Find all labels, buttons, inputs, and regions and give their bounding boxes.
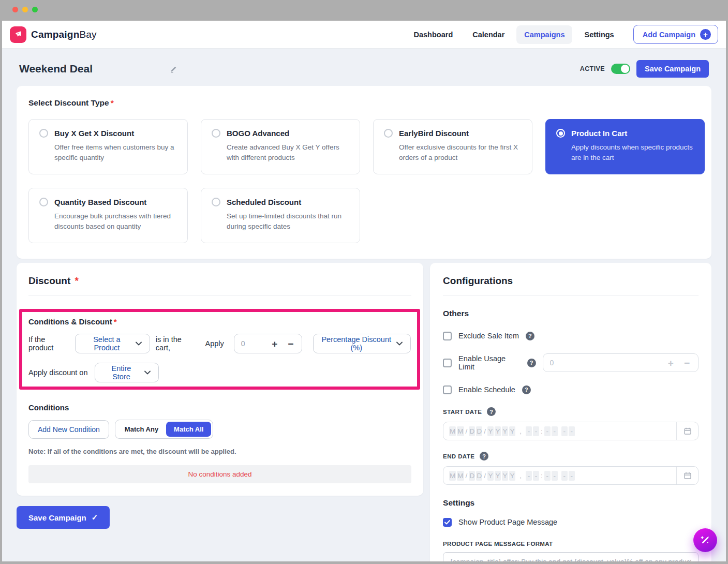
type-card-buy-x-get-x[interactable]: Buy X Get X Discount Offer free items wh… (28, 119, 188, 174)
settings-heading: Settings (443, 498, 699, 508)
radio-icon[interactable] (212, 129, 220, 138)
usage-limit-stepper: + − (543, 353, 699, 372)
decrement-icon[interactable]: − (286, 339, 295, 349)
type-card-title: Buy X Get X Discount (54, 129, 134, 138)
configurations-heading: Configurations (443, 275, 699, 287)
nav-item-campaigns[interactable]: Campaigns (516, 25, 572, 44)
decrement-icon[interactable]: − (682, 358, 691, 368)
type-card-bogo-advanced[interactable]: BOGO Advanced Create advanced Buy X Get … (201, 119, 360, 174)
radio-icon[interactable] (212, 198, 220, 206)
save-campaign-button-bottom[interactable]: Save Campaign ✓ (17, 506, 110, 529)
discount-amount-input[interactable] (241, 339, 263, 348)
conditions-heading: Conditions (28, 403, 411, 412)
minimize-window-icon[interactable] (22, 7, 28, 12)
show-product-message-checkbox[interactable] (443, 518, 452, 527)
maximize-window-icon[interactable] (32, 7, 38, 12)
page-header: Weekend Deal ACTIVE Save Campaign (2, 49, 726, 86)
type-card-title: EarlyBird Discount (399, 129, 469, 138)
type-card-quantity-based[interactable]: Quantity Based Discount Encourage bulk p… (28, 188, 188, 243)
active-toggle[interactable] (611, 64, 630, 74)
conditions-discount-highlight: Conditions & Discount* If the product Se… (19, 309, 420, 390)
radio-icon[interactable] (39, 198, 48, 206)
discount-scope-dropdown[interactable]: Entire Store (95, 363, 159, 382)
calendar-icon[interactable] (676, 467, 698, 484)
calendar-icon[interactable] (676, 422, 698, 440)
type-card-desc: Set up time-limited discounts that run d… (227, 211, 349, 232)
divider (443, 295, 699, 295)
match-mode-toggle: Match Any Match All (115, 420, 214, 439)
type-card-title: Product In Cart (571, 129, 627, 138)
help-icon[interactable]: ? (487, 407, 496, 416)
type-card-desc: Encourage bulk purchases with tiered dis… (54, 211, 177, 232)
type-card-title: Scheduled Discount (227, 198, 301, 206)
radio-selected-icon[interactable] (556, 129, 565, 138)
match-any-option[interactable]: Match Any (117, 425, 166, 433)
configurations-panel: Configurations Others Exclude Sale Item … (430, 263, 711, 561)
usage-limit-input[interactable] (550, 359, 572, 367)
discount-type-grid: Buy X Get X Discount Offer free items wh… (28, 119, 700, 243)
type-card-earlybird[interactable]: EarlyBird Discount Offer exclusive disco… (373, 119, 532, 174)
select-product-dropdown[interactable]: Select a Product (75, 334, 150, 353)
discount-type-dropdown[interactable]: Percentage Discount (%) (313, 334, 411, 353)
help-icon[interactable]: ? (522, 385, 531, 394)
exclude-sale-checkbox[interactable] (443, 332, 452, 340)
type-card-product-in-cart[interactable]: Product In Cart Apply discounts when spe… (545, 119, 705, 174)
save-campaign-button-top[interactable]: Save Campaign (636, 60, 709, 78)
configurations-column: Configurations Others Exclude Sale Item … (430, 263, 711, 561)
check-icon: ✓ (92, 513, 98, 522)
date-pattern: MM/DD/YYYY,--:---- (449, 426, 676, 436)
divider (28, 295, 411, 295)
help-icon[interactable]: ? (527, 359, 536, 367)
type-card-scheduled[interactable]: Scheduled Discount Set up time-limited d… (201, 188, 360, 243)
nav-item-dashboard[interactable]: Dashboard (406, 25, 461, 44)
radio-icon[interactable] (384, 129, 393, 138)
magic-wand-icon (699, 534, 711, 546)
ai-assistant-fab[interactable] (693, 528, 717, 552)
increment-icon[interactable]: + (270, 339, 279, 349)
message-format-input[interactable] (443, 552, 699, 561)
discount-scope-value: Entire Store (103, 364, 139, 381)
required-asterisk: * (75, 275, 79, 286)
nav-item-calendar[interactable]: Calendar (465, 25, 512, 44)
end-date-input[interactable]: MM/DD/YYYY,--:---- (443, 466, 699, 485)
brand-logo[interactable]: CampaignBay (10, 26, 97, 43)
type-card-desc: Offer free items when customers buy a sp… (54, 142, 177, 163)
required-asterisk: * (114, 317, 117, 326)
page-content: Select Discount Type* Buy X Get X Discou… (2, 86, 726, 561)
schedule-checkbox[interactable] (443, 385, 452, 394)
discount-heading: Discount * (28, 275, 411, 287)
save-campaign-label: Save Campaign (28, 513, 86, 522)
date-pattern: MM/DD/YYYY,--:---- (449, 471, 676, 481)
radio-icon[interactable] (39, 129, 48, 138)
discount-type-section: Select Discount Type* Buy X Get X Discou… (17, 86, 711, 259)
start-date-label: START DATE (443, 409, 482, 415)
discount-panel: Discount * Conditions & Discount* If the… (17, 263, 423, 496)
if-product-label: If the product (28, 335, 69, 352)
chevron-down-icon (396, 342, 403, 346)
discount-amount-stepper: + − (234, 334, 303, 353)
usage-limit-checkbox[interactable] (443, 359, 452, 367)
nav-item-settings[interactable]: Settings (576, 25, 621, 44)
help-icon[interactable]: ? (526, 332, 534, 340)
edit-title-icon[interactable] (169, 65, 178, 73)
type-card-title: Quantity Based Discount (54, 198, 146, 206)
app-window: CampaignBay Dashboard Calendar Campaigns… (2, 21, 726, 561)
top-navigation-bar: CampaignBay Dashboard Calendar Campaigns… (2, 21, 726, 49)
brand-name: CampaignBay (31, 29, 97, 40)
others-heading: Others (443, 309, 699, 318)
chevron-down-icon (136, 342, 142, 346)
close-window-icon[interactable] (12, 7, 18, 12)
start-date-input[interactable]: MM/DD/YYYY,--:---- (443, 422, 699, 440)
discount-column: Discount * Conditions & Discount* If the… (17, 263, 423, 529)
chevron-down-icon (144, 370, 151, 375)
status-label: ACTIVE (580, 65, 605, 72)
conditions-discount-heading: Conditions & Discount* (28, 317, 411, 326)
schedule-label: Enable Schedule (458, 385, 515, 394)
help-icon[interactable]: ? (480, 452, 488, 461)
type-card-title: BOGO Advanced (227, 129, 289, 138)
increment-icon[interactable]: + (666, 358, 675, 368)
show-product-message-label: Show Product Page Message (458, 518, 557, 526)
add-new-condition-button[interactable]: Add New Condition (28, 420, 109, 439)
match-all-option[interactable]: Match All (166, 422, 211, 437)
add-campaign-button[interactable]: Add Campaign + (633, 25, 718, 44)
